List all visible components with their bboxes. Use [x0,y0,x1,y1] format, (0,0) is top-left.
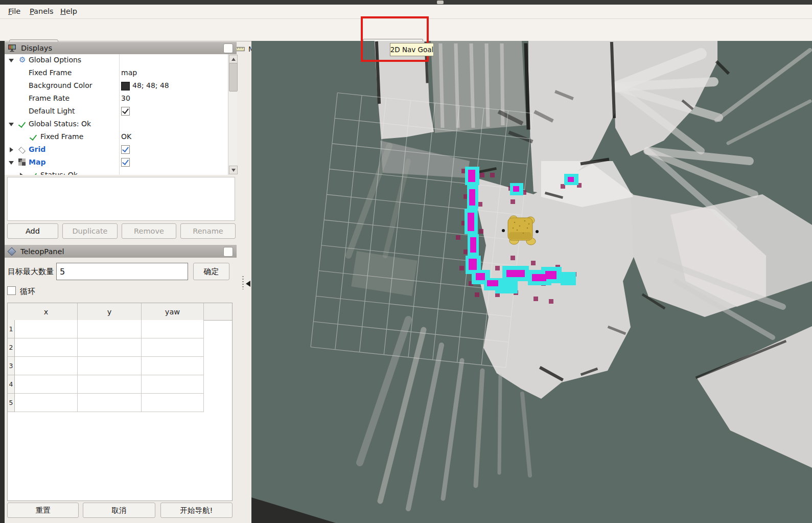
reset-button[interactable]: 重置 [7,503,79,518]
add-button[interactable]: Add [7,223,58,239]
displays-panel-toggle[interactable] [223,43,233,53]
display-description-box [7,177,235,221]
header-label: y [107,308,112,316]
scrollbar-thumb[interactable] [229,63,238,92]
background-color-value[interactable]: 48; 48; 48 [132,81,169,89]
tree-row-fixed-frame-status[interactable]: Fixed Frame OK [5,131,228,144]
fixed-frame-status-value: OK [121,132,131,141]
row-label: Grid [29,145,45,153]
displays-tree[interactable]: ⚙ Global Options Fixed Frame map Backgro… [5,54,237,175]
check-icon [122,145,129,152]
header-label: x [44,308,49,316]
row-number: 4 [9,380,13,388]
row-header-4[interactable]: 4 [8,375,15,394]
row-label: Frame Rate [29,94,69,102]
loop-label: 循环 [20,287,35,297]
panel-diamond-icon [8,247,16,256]
scroll-down-button[interactable] [229,166,238,174]
tree-row-fixed-frame[interactable]: Fixed Frame map [5,67,228,80]
cell-4-x[interactable] [15,375,78,394]
expander-open-icon[interactable] [9,123,14,126]
cell-3-yaw[interactable] [142,357,204,375]
tree-row-grid[interactable]: Grid [5,144,228,156]
remove-label: Remove [134,227,164,235]
expander-closed-icon[interactable] [20,173,24,175]
expander-open-icon[interactable] [9,161,14,165]
cell-3-x[interactable] [15,357,78,375]
expander-open-icon[interactable] [9,59,14,62]
cancel-button[interactable]: 取消 [83,503,155,518]
window-title-strip [0,0,812,5]
cell-5-y[interactable] [78,394,142,412]
panel-collapse-arrow[interactable] [246,281,250,287]
menu-file[interactable]: File [6,6,22,16]
row-label: Global Status: Ok [29,120,91,128]
column-header-yaw[interactable]: yaw [142,303,204,320]
row-label: Fixed Frame [29,69,72,77]
displays-panel-header[interactable]: Displays [5,42,237,54]
cell-1-yaw[interactable] [142,320,204,338]
cell-3-y[interactable] [78,357,142,375]
row-header-2[interactable]: 2 [8,338,15,357]
teleop-panel-header[interactable]: TeleopPanel [5,245,237,258]
teleop-panel-toggle[interactable] [223,247,233,257]
cell-1-x[interactable] [15,320,78,338]
tree-row-background-color[interactable]: Background Color 48; 48; 48 [5,80,228,93]
rename-label: Rename [193,227,223,235]
row-header-3[interactable]: 3 [8,357,15,375]
panel-splitter-handle[interactable] [242,276,244,289]
row-number: 1 [9,325,13,333]
row-label: Default Light [29,107,75,115]
displays-panel-title: Displays [21,44,52,52]
scroll-up-button[interactable] [229,55,238,63]
max-goals-label: 目标最大数量 [8,267,54,277]
grid-enabled-checkbox[interactable] [121,145,130,154]
row-header-1[interactable]: 1 [8,320,15,338]
duplicate-label: Duplicate [72,227,107,235]
default-light-checkbox[interactable] [121,107,130,116]
max-goals-input[interactable] [56,263,188,280]
rename-button[interactable]: Rename [180,223,236,239]
tooltip-text: 2D Nav Goal [390,46,434,54]
tree-row-map-status-clipped[interactable]: Status: Ok [5,169,228,175]
monitor-icon [8,44,16,52]
render-view-canvas[interactable] [251,41,812,523]
column-header-x[interactable]: x [15,303,78,320]
cell-2-yaw[interactable] [142,338,204,357]
row-label: Status: Ok [40,171,78,175]
confirm-button[interactable]: 确定 [193,263,229,280]
map-enabled-checkbox[interactable] [121,158,130,167]
color-swatch[interactable] [121,82,130,90]
start-navigation-button[interactable]: 开始导航! [160,503,233,518]
cell-4-yaw[interactable] [142,375,204,394]
add-label: Add [26,227,40,235]
cell-4-y[interactable] [78,375,142,394]
tree-row-default-light[interactable]: Default Light [5,105,228,118]
cell-2-y[interactable] [78,338,142,357]
fixed-frame-value[interactable]: map [121,69,137,77]
row-label: Background Color [29,81,92,89]
row-header-5[interactable]: 5 [8,394,15,412]
cell-5-yaw[interactable] [142,394,204,412]
tree-row-map[interactable]: Map [5,156,228,169]
status-ok-check-icon [30,171,37,175]
frame-rate-value[interactable]: 30 [121,94,130,102]
expander-closed-icon[interactable] [10,147,13,152]
cell-2-x[interactable] [15,338,78,357]
header-label: yaw [165,308,180,316]
map-display-icon [18,158,26,166]
menu-help[interactable]: Help [58,6,79,16]
goals-table[interactable]: x y yaw 1 2 3 4 5 [7,303,233,501]
status-ok-check-icon [18,120,26,128]
remove-button[interactable]: Remove [122,223,176,239]
tree-row-global-options[interactable]: ⚙ Global Options [5,54,228,67]
loop-checkbox[interactable] [7,286,16,295]
cell-1-y[interactable] [78,320,142,338]
menu-panels[interactable]: Panels [28,6,56,16]
tree-scrollbar[interactable] [228,54,237,175]
tree-row-frame-rate[interactable]: Frame Rate 30 [5,93,228,105]
tree-row-global-status[interactable]: Global Status: Ok [5,118,228,131]
cell-5-x[interactable] [15,394,78,412]
column-header-y[interactable]: y [78,303,142,320]
duplicate-button[interactable]: Duplicate [62,223,118,239]
